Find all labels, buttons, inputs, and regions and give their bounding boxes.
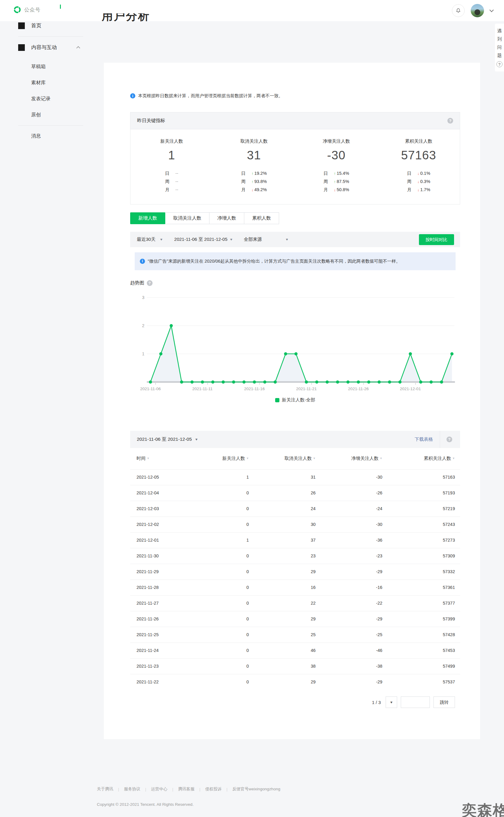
divider: |: [145, 787, 147, 792]
metric-value: 57163: [401, 148, 436, 162]
trend-down-icon: ↓: [252, 186, 254, 194]
page-indicator: 1 / 3: [372, 700, 381, 705]
tab-净增人数[interactable]: 净增人数: [209, 213, 244, 224]
notification-bell-button[interactable]: [452, 4, 465, 17]
divider: |: [118, 787, 119, 792]
legend-label: 新关注人数-全部: [282, 397, 315, 403]
svg-text:2021-11-06: 2021-11-06: [140, 387, 161, 391]
svg-text:2021-11-11: 2021-11-11: [192, 387, 212, 391]
mp-logo[interactable]: 公众号: [13, 6, 41, 14]
sort-caret-icon[interactable]: ▼: [452, 457, 455, 460]
tab-取消关注人数[interactable]: 取消关注人数: [165, 213, 209, 224]
page-title: 用户分析: [102, 13, 180, 24]
metric-value: 31: [247, 148, 261, 162]
footer-link[interactable]: 反馈官号weixingongzhong: [232, 786, 280, 792]
green-caret-mark: [60, 5, 61, 9]
sidebar-item-drafts[interactable]: 草稿箱: [18, 64, 83, 70]
bell-icon: [455, 8, 461, 14]
table-row: 2021-11-24046-4657453: [130, 643, 460, 658]
column-header[interactable]: 取消关注人数▼: [249, 448, 315, 469]
trend-down-icon: ↓: [334, 186, 336, 194]
footer-link[interactable]: 关于腾讯: [97, 786, 113, 792]
footer-link[interactable]: 服务协议: [124, 786, 140, 792]
table-help-icon[interactable]: ?: [446, 436, 452, 442]
table-row: 2021-12-01137-3657273: [130, 532, 460, 548]
metric-trend-row: 周↓0.3%: [407, 177, 430, 186]
table-row: 2021-12-03024-2457219: [130, 501, 460, 516]
metric: 新关注人数1日--周--月--: [130, 138, 213, 194]
chevron-down-icon: ▼: [390, 701, 393, 704]
sidebar-item-original[interactable]: 原创: [18, 112, 83, 118]
metric-trend-row: 月↓1.7%: [407, 186, 430, 194]
table-row: 2021-11-22029-2957537: [130, 674, 460, 690]
sidebar-item-messages[interactable]: 消息: [18, 133, 83, 139]
download-table-link[interactable]: 下载表格: [415, 436, 433, 442]
sidebar-item-assets[interactable]: 素材库: [18, 80, 83, 86]
tab-累积人数[interactable]: 累积人数: [244, 213, 279, 224]
trend-up-icon: ↑: [252, 177, 254, 186]
source-dropdown[interactable]: 全部来源 ▼: [244, 237, 288, 242]
table-row: 2021-11-28016-1657361: [130, 579, 460, 595]
top-notice-text: 本页根据昨日数据来计算，而用户管理页根据当前数据计算，两者不一致。: [138, 93, 283, 99]
trend-up-icon: ↑: [334, 169, 336, 177]
sort-caret-icon[interactable]: ▼: [147, 457, 150, 460]
help-question-icon[interactable]: ?: [496, 61, 502, 67]
trend-chart-svg: 1232021-11-062021-11-112021-11-162021-11…: [130, 291, 460, 394]
main-content-card: i 本页根据昨日数据来计算，而用户管理页根据当前数据计算，两者不一致。 昨日关键…: [104, 63, 480, 739]
trend-up-icon: ↑: [252, 169, 254, 177]
sort-caret-icon[interactable]: ▼: [313, 457, 316, 460]
table-header-row: 时间▼新关注人数▼取消关注人数▼净增关注人数▼累积关注人数▼: [130, 448, 460, 469]
svg-text:2021-12-01: 2021-12-01: [400, 387, 421, 391]
account-chevron-down-icon[interactable]: [489, 8, 494, 12]
page-size-select[interactable]: ▼: [386, 697, 397, 708]
table-row: 2021-11-23038-3857499: [130, 658, 460, 674]
range-dropdown[interactable]: 最近30天 ▼: [137, 237, 163, 242]
footer-link[interactable]: 侵权投诉: [205, 786, 222, 792]
page-jump-button[interactable]: 跳转: [433, 697, 455, 708]
svg-text:2021-11-21: 2021-11-21: [296, 387, 317, 391]
table-date-range-dropdown[interactable]: 2021-11-06 至 2021-12-05 ▼: [137, 436, 198, 443]
metric-trend-row: 周↑87.5%: [324, 177, 349, 186]
metrics-body: 新关注人数1日--周--月--取消关注人数31日↑19.2%周↑93.8%月↓4…: [130, 129, 460, 204]
wechat-mp-user-analysis-page: 公众号 用户分析 遇到问题 ? 首页 内容与互动: [0, 0, 504, 817]
watermark: 奕森格: [462, 801, 504, 817]
help-widget[interactable]: 遇到问题 ?: [495, 24, 504, 71]
sort-caret-icon[interactable]: ▼: [380, 457, 382, 460]
date-range-dropdown[interactable]: 2021-11-06 至 2021-12-05 ▼: [174, 237, 233, 242]
sidebar-divider: [18, 36, 83, 37]
sidebar-item-publish-history[interactable]: 发表记录: [18, 96, 83, 102]
followers-data-table: 时间▼新关注人数▼取消关注人数▼净增关注人数▼累积关注人数▼ 2021-12-0…: [130, 448, 460, 690]
column-header[interactable]: 新关注人数▼: [192, 448, 249, 469]
metrics-help-icon[interactable]: ?: [447, 118, 453, 123]
column-header[interactable]: 时间▼: [130, 448, 192, 469]
metric: 累积关注人数57163日↓0.1%周↓0.3%月↓1.7%: [377, 138, 460, 194]
column-header[interactable]: 累积关注人数▼: [382, 448, 460, 469]
yesterday-metrics-panel: 昨日关键指标 ? 新关注人数1日--周--月--取消关注人数31日↑19.2%周…: [130, 112, 460, 205]
sidebar-item-home[interactable]: 首页: [18, 22, 83, 29]
sort-caret-icon[interactable]: ▼: [246, 457, 249, 460]
trend-help-icon[interactable]: ?: [147, 280, 153, 286]
tab-新增人数[interactable]: 新增人数: [130, 213, 165, 224]
footer-links: 关于腾讯|服务协议|运营中心|腾讯客服|侵权投诉|反馈官号weixingongz…: [97, 786, 280, 792]
metric-trend-row: 月↓50.8%: [324, 186, 349, 194]
trend-down-icon: ↓: [417, 169, 420, 177]
page-jump-input[interactable]: [401, 697, 430, 708]
footer-link[interactable]: 运营中心: [151, 786, 167, 792]
footer-link[interactable]: 腾讯客服: [178, 786, 195, 792]
chevron-down-icon: ▼: [195, 438, 198, 441]
table-row: 2021-12-02030-3057243: [130, 516, 460, 532]
column-header[interactable]: 净增关注人数▼: [316, 448, 382, 469]
chevron-down-icon: ▼: [285, 238, 289, 241]
svg-text:1: 1: [142, 351, 144, 356]
avatar[interactable]: [471, 4, 484, 17]
compare-by-time-button[interactable]: 按时间对比: [419, 234, 454, 245]
metric-trend-row: 日↓0.1%: [407, 169, 430, 177]
trend-down-icon: ↓: [417, 177, 420, 186]
metrics-panel-title: 昨日关键指标: [137, 117, 165, 124]
table-row: 2021-12-05131-3057163: [130, 469, 460, 485]
sidebar-item-content-interaction[interactable]: 内容与互动: [18, 44, 83, 51]
copyright: Copyright © 2012-2021 Tencent. All Right…: [97, 802, 280, 807]
metric-value: -30: [327, 148, 346, 162]
divider: |: [172, 787, 173, 792]
table-row: 2021-11-25025-2557428: [130, 627, 460, 643]
